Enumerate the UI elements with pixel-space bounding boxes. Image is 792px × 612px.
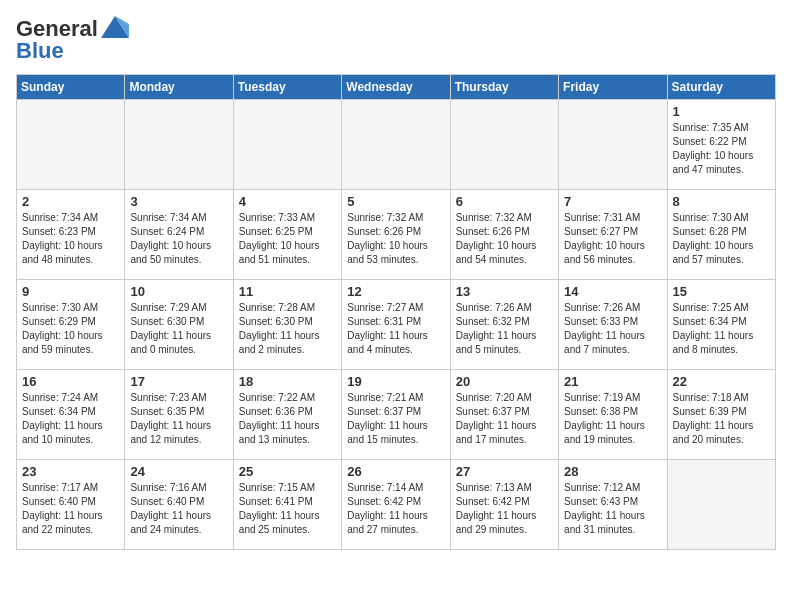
day-number: 23	[22, 464, 119, 479]
day-number: 16	[22, 374, 119, 389]
day-info: Sunrise: 7:34 AM Sunset: 6:24 PM Dayligh…	[130, 211, 227, 267]
calendar-cell: 28Sunrise: 7:12 AM Sunset: 6:43 PM Dayli…	[559, 460, 667, 550]
calendar-cell: 17Sunrise: 7:23 AM Sunset: 6:35 PM Dayli…	[125, 370, 233, 460]
calendar-cell	[559, 100, 667, 190]
weekday-header-wednesday: Wednesday	[342, 75, 450, 100]
day-number: 21	[564, 374, 661, 389]
day-info: Sunrise: 7:26 AM Sunset: 6:32 PM Dayligh…	[456, 301, 553, 357]
day-number: 19	[347, 374, 444, 389]
day-info: Sunrise: 7:24 AM Sunset: 6:34 PM Dayligh…	[22, 391, 119, 447]
calendar-cell: 4Sunrise: 7:33 AM Sunset: 6:25 PM Daylig…	[233, 190, 341, 280]
calendar-cell: 23Sunrise: 7:17 AM Sunset: 6:40 PM Dayli…	[17, 460, 125, 550]
week-row-1: 1Sunrise: 7:35 AM Sunset: 6:22 PM Daylig…	[17, 100, 776, 190]
weekday-header-tuesday: Tuesday	[233, 75, 341, 100]
day-info: Sunrise: 7:20 AM Sunset: 6:37 PM Dayligh…	[456, 391, 553, 447]
day-info: Sunrise: 7:27 AM Sunset: 6:31 PM Dayligh…	[347, 301, 444, 357]
day-number: 14	[564, 284, 661, 299]
day-number: 13	[456, 284, 553, 299]
calendar-cell	[450, 100, 558, 190]
calendar-cell: 27Sunrise: 7:13 AM Sunset: 6:42 PM Dayli…	[450, 460, 558, 550]
calendar-cell: 9Sunrise: 7:30 AM Sunset: 6:29 PM Daylig…	[17, 280, 125, 370]
day-info: Sunrise: 7:21 AM Sunset: 6:37 PM Dayligh…	[347, 391, 444, 447]
day-number: 25	[239, 464, 336, 479]
day-info: Sunrise: 7:34 AM Sunset: 6:23 PM Dayligh…	[22, 211, 119, 267]
day-info: Sunrise: 7:32 AM Sunset: 6:26 PM Dayligh…	[456, 211, 553, 267]
day-number: 4	[239, 194, 336, 209]
day-number: 1	[673, 104, 770, 119]
day-number: 2	[22, 194, 119, 209]
week-row-3: 9Sunrise: 7:30 AM Sunset: 6:29 PM Daylig…	[17, 280, 776, 370]
calendar-cell: 8Sunrise: 7:30 AM Sunset: 6:28 PM Daylig…	[667, 190, 775, 280]
day-info: Sunrise: 7:25 AM Sunset: 6:34 PM Dayligh…	[673, 301, 770, 357]
logo-icon	[101, 16, 129, 38]
week-row-4: 16Sunrise: 7:24 AM Sunset: 6:34 PM Dayli…	[17, 370, 776, 460]
day-info: Sunrise: 7:18 AM Sunset: 6:39 PM Dayligh…	[673, 391, 770, 447]
day-number: 17	[130, 374, 227, 389]
calendar-cell: 26Sunrise: 7:14 AM Sunset: 6:42 PM Dayli…	[342, 460, 450, 550]
calendar-cell: 5Sunrise: 7:32 AM Sunset: 6:26 PM Daylig…	[342, 190, 450, 280]
day-info: Sunrise: 7:32 AM Sunset: 6:26 PM Dayligh…	[347, 211, 444, 267]
day-number: 9	[22, 284, 119, 299]
day-number: 10	[130, 284, 227, 299]
day-number: 7	[564, 194, 661, 209]
day-number: 28	[564, 464, 661, 479]
day-number: 22	[673, 374, 770, 389]
day-info: Sunrise: 7:30 AM Sunset: 6:28 PM Dayligh…	[673, 211, 770, 267]
day-number: 15	[673, 284, 770, 299]
calendar-cell: 18Sunrise: 7:22 AM Sunset: 6:36 PM Dayli…	[233, 370, 341, 460]
calendar-cell: 12Sunrise: 7:27 AM Sunset: 6:31 PM Dayli…	[342, 280, 450, 370]
day-number: 5	[347, 194, 444, 209]
day-info: Sunrise: 7:15 AM Sunset: 6:41 PM Dayligh…	[239, 481, 336, 537]
calendar-cell	[125, 100, 233, 190]
calendar-cell: 15Sunrise: 7:25 AM Sunset: 6:34 PM Dayli…	[667, 280, 775, 370]
calendar-cell: 20Sunrise: 7:20 AM Sunset: 6:37 PM Dayli…	[450, 370, 558, 460]
day-info: Sunrise: 7:14 AM Sunset: 6:42 PM Dayligh…	[347, 481, 444, 537]
calendar-table: SundayMondayTuesdayWednesdayThursdayFrid…	[16, 74, 776, 550]
day-info: Sunrise: 7:29 AM Sunset: 6:30 PM Dayligh…	[130, 301, 227, 357]
day-info: Sunrise: 7:19 AM Sunset: 6:38 PM Dayligh…	[564, 391, 661, 447]
day-number: 20	[456, 374, 553, 389]
calendar-cell: 6Sunrise: 7:32 AM Sunset: 6:26 PM Daylig…	[450, 190, 558, 280]
day-number: 12	[347, 284, 444, 299]
weekday-header-thursday: Thursday	[450, 75, 558, 100]
day-info: Sunrise: 7:17 AM Sunset: 6:40 PM Dayligh…	[22, 481, 119, 537]
calendar-cell: 22Sunrise: 7:18 AM Sunset: 6:39 PM Dayli…	[667, 370, 775, 460]
day-info: Sunrise: 7:13 AM Sunset: 6:42 PM Dayligh…	[456, 481, 553, 537]
day-info: Sunrise: 7:12 AM Sunset: 6:43 PM Dayligh…	[564, 481, 661, 537]
header: General Blue	[16, 16, 776, 64]
day-number: 27	[456, 464, 553, 479]
day-number: 6	[456, 194, 553, 209]
day-info: Sunrise: 7:28 AM Sunset: 6:30 PM Dayligh…	[239, 301, 336, 357]
day-info: Sunrise: 7:16 AM Sunset: 6:40 PM Dayligh…	[130, 481, 227, 537]
calendar-cell: 14Sunrise: 7:26 AM Sunset: 6:33 PM Dayli…	[559, 280, 667, 370]
day-number: 24	[130, 464, 227, 479]
logo-blue-text: Blue	[16, 38, 64, 64]
calendar-cell	[233, 100, 341, 190]
weekday-header-sunday: Sunday	[17, 75, 125, 100]
calendar-cell: 25Sunrise: 7:15 AM Sunset: 6:41 PM Dayli…	[233, 460, 341, 550]
day-info: Sunrise: 7:33 AM Sunset: 6:25 PM Dayligh…	[239, 211, 336, 267]
day-number: 26	[347, 464, 444, 479]
calendar-cell: 11Sunrise: 7:28 AM Sunset: 6:30 PM Dayli…	[233, 280, 341, 370]
weekday-header-saturday: Saturday	[667, 75, 775, 100]
calendar-cell	[667, 460, 775, 550]
calendar-cell	[342, 100, 450, 190]
week-row-5: 23Sunrise: 7:17 AM Sunset: 6:40 PM Dayli…	[17, 460, 776, 550]
logo: General Blue	[16, 16, 129, 64]
calendar-cell	[17, 100, 125, 190]
day-info: Sunrise: 7:26 AM Sunset: 6:33 PM Dayligh…	[564, 301, 661, 357]
weekday-header-monday: Monday	[125, 75, 233, 100]
calendar-cell: 10Sunrise: 7:29 AM Sunset: 6:30 PM Dayli…	[125, 280, 233, 370]
calendar-cell: 7Sunrise: 7:31 AM Sunset: 6:27 PM Daylig…	[559, 190, 667, 280]
calendar-cell: 2Sunrise: 7:34 AM Sunset: 6:23 PM Daylig…	[17, 190, 125, 280]
day-info: Sunrise: 7:23 AM Sunset: 6:35 PM Dayligh…	[130, 391, 227, 447]
day-number: 11	[239, 284, 336, 299]
day-number: 8	[673, 194, 770, 209]
weekday-header-row: SundayMondayTuesdayWednesdayThursdayFrid…	[17, 75, 776, 100]
day-info: Sunrise: 7:35 AM Sunset: 6:22 PM Dayligh…	[673, 121, 770, 177]
calendar-cell: 16Sunrise: 7:24 AM Sunset: 6:34 PM Dayli…	[17, 370, 125, 460]
calendar-cell: 21Sunrise: 7:19 AM Sunset: 6:38 PM Dayli…	[559, 370, 667, 460]
day-number: 3	[130, 194, 227, 209]
week-row-2: 2Sunrise: 7:34 AM Sunset: 6:23 PM Daylig…	[17, 190, 776, 280]
day-number: 18	[239, 374, 336, 389]
